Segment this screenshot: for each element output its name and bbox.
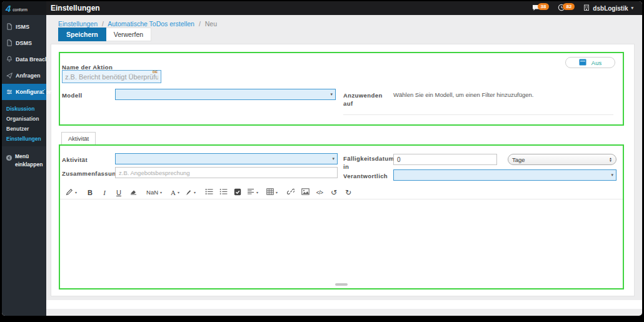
underline-button[interactable]: U	[114, 187, 124, 198]
breadcrumb: Einstellungen / Automatische ToDos erste…	[58, 20, 217, 28]
chevron-down-icon: ▾	[611, 173, 616, 178]
undo-button[interactable]: ↺	[329, 187, 339, 198]
sidebar: 4 conform ISMS DSMS Data Breach Anfragen	[2, 1, 46, 316]
sidebar-subitem-organisation[interactable]: Organisation	[2, 114, 46, 124]
document-icon	[6, 21, 13, 33]
due-unit-value: Tage	[512, 156, 525, 163]
list-ol-icon	[219, 188, 228, 196]
due-date-input[interactable]	[393, 154, 497, 165]
aktivitaet-label: Aktivität	[62, 156, 88, 164]
chevron-down-icon: ▾	[631, 6, 633, 11]
discard-button[interactable]: Verwerfen	[106, 28, 151, 41]
tenant-name: dsbLogistik	[593, 5, 628, 12]
responsible-label: Verantwortlich	[343, 172, 388, 180]
summary-input[interactable]	[115, 167, 338, 178]
language-tag: DE	[153, 70, 158, 74]
aktivitaet-select[interactable]: ▾	[115, 153, 338, 164]
table-icon	[266, 188, 274, 196]
image-button[interactable]	[300, 187, 310, 198]
sidebar-subitem-einstellungen[interactable]: Einstellungen	[2, 134, 46, 144]
summary-label: Zusammenfassung	[62, 169, 120, 178]
due-unit-select[interactable]: Tage ▲▼	[508, 154, 616, 165]
unordered-list-button[interactable]	[204, 187, 214, 198]
sidebar-item-konfiguration[interactable]: Konfiguration	[2, 84, 46, 100]
action-name-input[interactable]	[62, 70, 161, 83]
app-window: Einstellungen 38 82 dsbLogistik ▾	[2, 1, 642, 316]
tab-aktivitaet[interactable]: Aktivität	[61, 132, 96, 144]
breadcrumb-current: Neu	[205, 20, 217, 28]
top-bar: Einstellungen 38 82 dsbLogistik ▾	[2, 1, 642, 15]
align-dropdown[interactable]: ▾	[247, 187, 258, 198]
logo-number: 4	[6, 4, 11, 13]
sidebar-item-data-breach[interactable]: Data Breach	[2, 51, 46, 68]
modell-select[interactable]: ▾	[115, 89, 336, 100]
checklist-button[interactable]	[233, 187, 243, 198]
sidebar-subitem-diskussion[interactable]: Diskussion	[2, 104, 46, 114]
footer-bar	[46, 300, 642, 309]
italic-button[interactable]: I	[99, 187, 109, 198]
eraser-icon	[129, 188, 138, 196]
logo-text: conform	[13, 8, 27, 12]
ordered-list-button[interactable]	[218, 187, 228, 198]
page-title: Einstellungen	[51, 4, 100, 13]
checkbox-icon	[234, 188, 241, 197]
highlight-color-dropdown[interactable]: ▾	[184, 187, 196, 198]
save-button[interactable]: Speichern	[58, 28, 106, 41]
brush-icon	[184, 188, 192, 197]
code-button[interactable]: </>	[314, 187, 325, 198]
responsible-select[interactable]: ▾	[393, 169, 616, 181]
image-icon	[301, 188, 309, 196]
pencil-icon	[66, 188, 73, 197]
clock-notifications-button[interactable]: 82	[558, 3, 575, 14]
tenant-menu[interactable]: dsbLogistik ▾	[583, 4, 633, 12]
richtext-editor-body[interactable]	[60, 200, 623, 282]
remove-format-button[interactable]	[128, 187, 138, 198]
link-button[interactable]	[286, 187, 296, 198]
chevron-down-icon: ▾	[330, 92, 335, 97]
building-icon	[583, 4, 590, 12]
table-dropdown[interactable]: ▾	[266, 187, 278, 198]
list-ul-icon	[205, 188, 213, 196]
clock-count-badge: 82	[563, 3, 575, 10]
bold-button[interactable]: B	[85, 187, 95, 198]
align-icon	[247, 188, 254, 196]
sidebar-subitem-benutzer[interactable]: Benutzer	[2, 124, 46, 134]
richtext-toolbar: ▾ B I U NaN▾ A▾ ▾	[60, 186, 623, 199]
breadcrumb-link-einstellungen[interactable]: Einstellungen	[58, 20, 98, 28]
app-logo[interactable]: 4 conform	[2, 1, 46, 15]
document-icon	[6, 38, 13, 49]
sliders-icon	[6, 86, 13, 98]
circle-arrow-left-icon	[6, 153, 13, 169]
general-section: Aus Name der Aktion DE Modell ▾ Anzuwend…	[59, 52, 624, 126]
apply-to-label: Anzuwenden auf	[343, 91, 391, 108]
breadcrumb-link-automatische-todos[interactable]: Automatische ToDos erstellen	[108, 20, 194, 28]
chat-count-badge: 38	[538, 3, 550, 10]
filter-divider	[343, 114, 613, 115]
font-color-dropdown[interactable]: A▾	[170, 187, 180, 198]
active-item-arrow	[43, 89, 46, 95]
collapse-menu-button[interactable]: Menü einklappen	[2, 146, 46, 169]
chat-notifications-button[interactable]: 38	[532, 3, 550, 14]
sidebar-item-isms[interactable]: ISMS	[2, 19, 46, 35]
link-icon	[287, 188, 294, 197]
font-size-dropdown[interactable]: NaN▾	[146, 187, 162, 198]
bell-icon	[6, 54, 13, 65]
main-area: Einstellungen / Automatische ToDos erste…	[46, 15, 642, 316]
form-card: Aus Name der Aktion DE Modell ▾ Anzuwend…	[51, 44, 635, 296]
styles-dropdown[interactable]: ▾	[66, 187, 77, 198]
due-date-label: Fälligkeitsdatum in	[343, 154, 395, 171]
sidebar-item-dsms[interactable]: DSMS	[2, 35, 46, 51]
chevron-down-icon: ▾	[332, 156, 337, 161]
redo-button[interactable]: ↻	[343, 187, 353, 198]
paper-plane-icon	[6, 70, 13, 81]
activity-section: Aktivität ▾ Fälligkeitsdatum in Tage ▲▼ …	[59, 144, 624, 289]
apply-to-hint: Wählen Sie ein Modell, um einen Filter h…	[393, 91, 618, 98]
modell-label: Modell	[62, 91, 82, 99]
editor-resize-handle[interactable]	[335, 283, 348, 286]
archive-toggle-button[interactable]: Aus	[565, 57, 615, 68]
archive-toggle-label: Aus	[591, 59, 601, 66]
sidebar-item-anfragen[interactable]: Anfragen	[2, 68, 46, 84]
archive-icon	[579, 57, 586, 68]
stepper-icon: ▲▼	[609, 157, 612, 162]
